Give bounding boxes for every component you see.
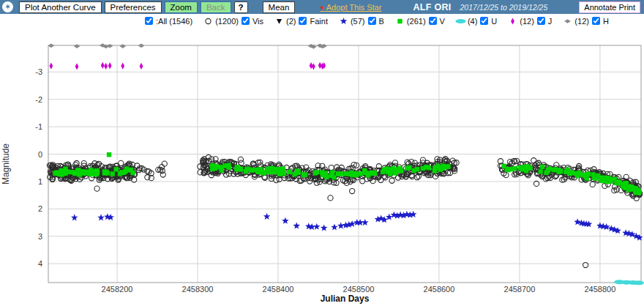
legend-checkbox-b[interactable] [368, 17, 376, 25]
ellipse-legend-icon [455, 16, 466, 26]
square-marker-icon [600, 179, 604, 183]
circle-open-marker-icon [160, 172, 165, 177]
square-marker-icon [574, 171, 578, 176]
square-marker-icon [524, 165, 528, 170]
star-marker-icon [331, 223, 338, 230]
star-marker-icon [107, 214, 114, 220]
star-legend-icon [338, 16, 349, 26]
square-marker-icon [107, 152, 111, 157]
legend-checkbox-h[interactable] [592, 17, 600, 25]
y-tick-label: 4 [38, 259, 42, 268]
legend-count: (12) [520, 17, 534, 26]
square-marker-icon [583, 173, 588, 178]
legend-label: V [440, 17, 445, 26]
preferences-button[interactable]: Preferences [105, 1, 162, 13]
mean-button[interactable]: Mean [263, 1, 296, 13]
circle-open-marker-icon [350, 188, 355, 193]
heart-icon: ♥ [320, 4, 324, 12]
legend-label: U [491, 17, 497, 26]
ellipse-marker-icon [634, 280, 644, 285]
star-marker-icon [603, 223, 610, 230]
square-marker-icon [313, 171, 318, 175]
date-range: 2017/12/25 to 2019/12/25 [460, 3, 548, 12]
back-button[interactable]: Back [201, 1, 231, 13]
aavso-logo-icon: ✶ [2, 1, 13, 12]
plot-area[interactable] [48, 45, 641, 283]
square-marker-icon [127, 168, 131, 172]
series-h [48, 43, 327, 48]
legend-item-j: (12)J [507, 16, 552, 26]
circle-open-marker-icon [328, 195, 333, 201]
legend-label: :All (1546) [156, 17, 192, 26]
square-marker-icon [504, 167, 509, 171]
legend-checkbox-v[interactable] [429, 17, 437, 25]
diamond-tall-marker-icon [312, 63, 315, 70]
star-marker-icon [321, 225, 328, 231]
square-marker-icon [415, 167, 419, 171]
square-marker-icon [281, 166, 285, 171]
square-marker-icon [214, 164, 218, 168]
square-marker-icon [337, 171, 342, 176]
square-marker-icon [630, 187, 634, 191]
legend-checkbox-faint[interactable] [299, 17, 307, 25]
square-marker-icon [237, 166, 242, 171]
circle-open-marker-icon [389, 178, 394, 183]
y-tick-label: 3 [38, 232, 42, 241]
x-tick-label: 2458700 [504, 285, 536, 294]
star-marker-icon [340, 18, 348, 24]
square-marker-icon [538, 169, 542, 173]
legend-checkbox-u[interactable] [480, 17, 488, 25]
square-marker-icon [56, 171, 61, 175]
x-tick-label: 2458800 [584, 285, 615, 294]
square-marker-icon [634, 189, 639, 193]
star-marker-icon [293, 223, 301, 229]
legend-checkbox--all-1546-[interactable] [145, 17, 153, 25]
square-marker-icon [546, 168, 550, 173]
star-marker-icon [362, 219, 369, 225]
circle-open-marker-icon [206, 18, 211, 23]
plot-another-curve-button[interactable]: Plot Another Curve [19, 1, 102, 13]
x-tick-label: 2458200 [102, 285, 133, 294]
diamond-flat-marker-icon [119, 44, 126, 48]
square-marker-icon [102, 171, 107, 175]
y-tick-label: -2 [35, 95, 42, 104]
diamond-tall-marker-icon [75, 63, 79, 70]
adopt-this-star-link[interactable]: ♥ Adopt This Star [320, 3, 381, 12]
square-marker-icon [609, 177, 613, 182]
series-j [49, 62, 326, 70]
star-name: ALF ORI [413, 2, 451, 12]
square-marker-icon [564, 170, 568, 174]
star-marker-icon [71, 214, 78, 220]
legend-count: (1200) [215, 17, 239, 26]
legend-label: J [548, 17, 553, 26]
diamond-flat-marker-icon [564, 19, 571, 23]
square-marker-icon [615, 179, 620, 184]
square-marker-icon [247, 167, 251, 171]
diamond-tall-marker-icon [104, 63, 108, 70]
diamond-tall-marker-icon [140, 63, 143, 70]
square-marker-icon [446, 164, 450, 168]
diamond-tall-marker-icon [49, 62, 53, 69]
square-marker-icon [349, 171, 353, 175]
x-tick-label: 2458600 [424, 285, 455, 294]
square-marker-icon [277, 167, 281, 171]
legend-checkbox-j[interactable] [537, 17, 545, 25]
legend-count: (57) [351, 17, 365, 26]
help-button[interactable]: ? [234, 1, 248, 13]
y-tick-label: 0 [38, 150, 42, 159]
annotate-print-button[interactable]: Annotate Print [579, 1, 640, 13]
square-marker-icon [114, 167, 119, 171]
y-tick-label: -1 [35, 122, 42, 131]
legend-checkbox-vis[interactable] [242, 17, 250, 25]
square-marker-icon [433, 165, 437, 170]
zoom-button[interactable]: Zoom [165, 1, 198, 13]
star-marker-icon [282, 217, 289, 224]
legend-count: (12) [574, 17, 589, 26]
square-marker-icon [88, 169, 92, 173]
diamond-flat-legend-icon [562, 16, 573, 26]
star-marker-icon [574, 218, 581, 225]
ellipse-marker-icon [455, 19, 465, 23]
star-marker-icon [337, 223, 345, 229]
x-axis-label: Julian Days [321, 294, 370, 304]
x-tick-label: 2458300 [182, 285, 214, 294]
